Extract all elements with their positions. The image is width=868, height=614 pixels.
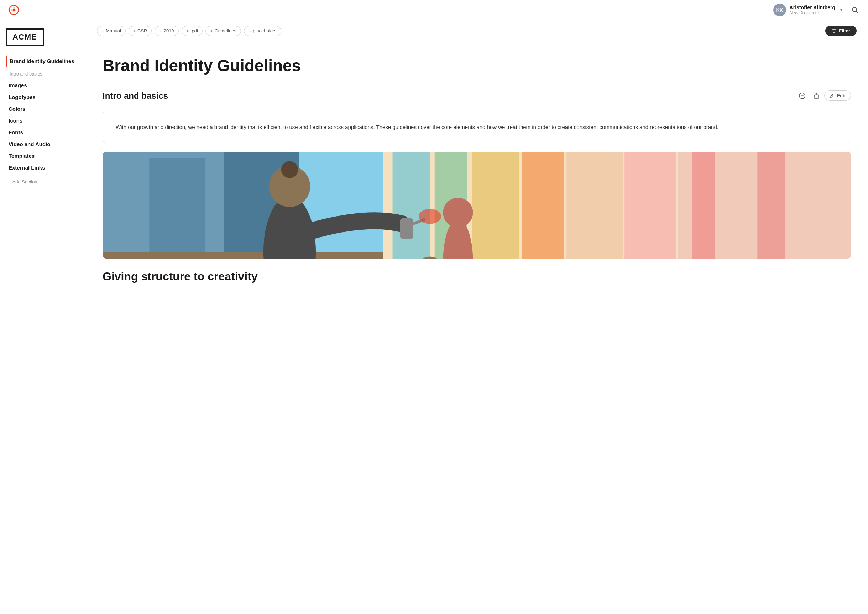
sidebar-item-icons[interactable]: Icons — [6, 115, 79, 126]
tag-label: placeholder — [253, 28, 277, 34]
svg-rect-11 — [149, 158, 205, 259]
plus-icon: + — [101, 28, 104, 34]
tag-pdf[interactable]: + .pdf — [181, 26, 203, 36]
search-button[interactable] — [848, 3, 861, 16]
filter-label: Filter — [839, 28, 850, 34]
nav-user-area: KK Kristoffer Klintberg New Document ▾ — [773, 3, 861, 16]
svg-rect-8 — [814, 95, 818, 98]
svg-rect-13 — [102, 252, 402, 259]
tag-label: CSR — [138, 28, 147, 34]
plus-icon: + — [186, 28, 189, 34]
tag-placeholder[interactable]: + placeholder — [244, 26, 281, 36]
sidebar-item-images[interactable]: Images — [6, 79, 79, 91]
body-text: With our growth and direction, we need a… — [116, 122, 838, 132]
sidebar-item-colors[interactable]: Colors — [6, 103, 79, 115]
edit-button[interactable]: Edit — [824, 90, 851, 101]
section-actions: Edit — [796, 89, 851, 102]
filter-button[interactable]: Filter — [825, 26, 857, 36]
text-card: With our growth and direction, we need a… — [102, 111, 851, 144]
svg-rect-20 — [625, 152, 676, 259]
top-navigation: KK Kristoffer Klintberg New Document ▾ — [0, 0, 868, 20]
edit-label: Edit — [837, 93, 846, 98]
user-subtitle: New Document — [790, 10, 835, 16]
chevron-down-icon: ▾ — [840, 8, 842, 12]
image-caption: Giving structure to creativity — [102, 270, 851, 283]
tag-csr[interactable]: + CSR — [129, 26, 152, 36]
svg-line-3 — [856, 11, 858, 13]
sidebar-active-section[interactable]: Brand Identity Guidelines — [6, 56, 79, 67]
plus-icon: + — [248, 28, 251, 34]
svg-point-1 — [13, 9, 15, 11]
svg-point-31 — [443, 198, 473, 228]
svg-point-29 — [419, 209, 441, 224]
tag-guidelines[interactable]: + Guidelines — [205, 26, 241, 36]
svg-rect-27 — [400, 218, 413, 239]
tag-2019[interactable]: + 2019 — [155, 26, 178, 36]
svg-rect-22 — [692, 152, 715, 259]
app-logo-icon[interactable] — [7, 3, 21, 17]
user-text: Kristoffer Klintberg New Document — [790, 5, 835, 16]
svg-rect-15 — [393, 152, 430, 259]
tag-manual[interactable]: + Manual — [97, 26, 126, 36]
nav-logo-area — [7, 3, 21, 17]
content-area: + Manual + CSR + 2019 + .pdf + Guideline… — [85, 20, 868, 614]
acme-logo-text: ACME — [12, 33, 37, 41]
hero-image — [102, 152, 851, 259]
tag-label: 2019 — [164, 28, 174, 34]
svg-rect-19 — [566, 152, 623, 259]
acme-logo: ACME — [6, 28, 44, 46]
tag-label: .pdf — [191, 28, 198, 34]
svg-rect-17 — [472, 152, 519, 259]
avatar: KK — [773, 3, 786, 16]
sidebar-item-external-links[interactable]: External Links — [6, 162, 79, 174]
sidebar-subtitle[interactable]: Intro and basics — [6, 70, 79, 78]
svg-rect-18 — [522, 152, 564, 259]
plus-icon: + — [159, 28, 162, 34]
main-layout: ACME Brand Identity Guidelines Intro and… — [0, 20, 868, 614]
tag-label: Guidelines — [215, 28, 236, 34]
page-content: Brand Identity Guidelines Intro and basi… — [85, 42, 868, 298]
sidebar-item-logotypes[interactable]: Logotypes — [6, 91, 79, 103]
share-button[interactable] — [810, 89, 823, 102]
page-title: Brand Identity Guidelines — [102, 56, 851, 75]
svg-rect-23 — [757, 152, 786, 259]
user-profile-button[interactable]: KK Kristoffer Klintberg New Document ▾ — [773, 3, 842, 16]
tag-label: Manual — [106, 28, 121, 34]
section-title: Intro and basics — [102, 91, 168, 101]
user-name: Kristoffer Klintberg — [790, 5, 835, 10]
tags-bar: + Manual + CSR + 2019 + .pdf + Guideline… — [85, 20, 868, 42]
upload-button[interactable] — [796, 89, 809, 102]
plus-icon: + — [133, 28, 136, 34]
sidebar-item-video-audio[interactable]: Video and Audio — [6, 138, 79, 150]
svg-point-26 — [281, 161, 298, 178]
add-section-button[interactable]: + Add Section — [6, 176, 79, 187]
sidebar-item-fonts[interactable]: Fonts — [6, 126, 79, 138]
section-header: Intro and basics — [102, 89, 851, 102]
sidebar-item-templates[interactable]: Templates — [6, 150, 79, 162]
plus-icon: + — [210, 28, 213, 34]
sidebar: ACME Brand Identity Guidelines Intro and… — [0, 20, 85, 614]
